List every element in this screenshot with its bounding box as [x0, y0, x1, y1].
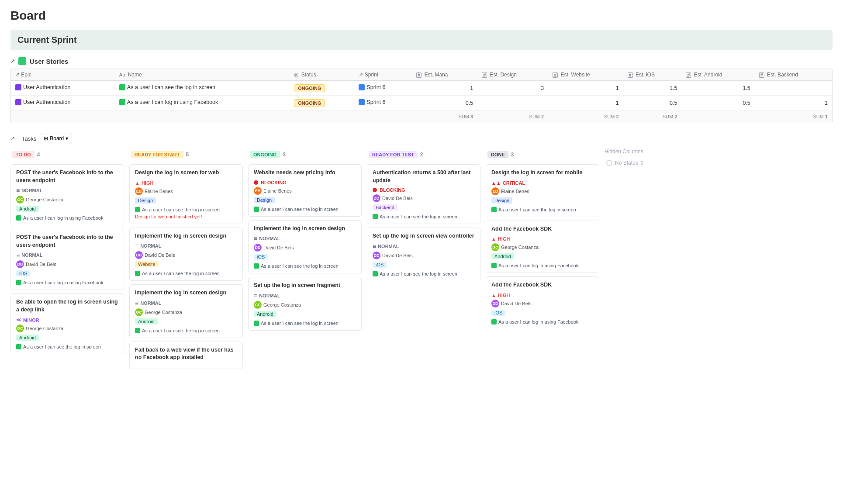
board-column-todo: TO DO 4 POST the user's Facebook info to…: [10, 148, 124, 358]
sprint-title: Current Sprint: [17, 35, 826, 45]
col-header-ready: READY FOR START 5: [129, 148, 243, 161]
priority-normal-icon: ≡: [135, 300, 138, 307]
col-header-done: DONE 3: [486, 148, 599, 161]
platform-badge: Android: [491, 253, 514, 259]
task-card[interactable]: Set up the log in screen view controller…: [367, 228, 480, 281]
task-card[interactable]: Implement the log in screen design≡ NORM…: [248, 220, 362, 274]
task-card[interactable]: Fall back to a web view if the user has …: [129, 342, 243, 369]
cell-est-mana: 1: [412, 81, 477, 96]
expand-icon[interactable]: ↗: [10, 58, 15, 64]
task-card[interactable]: Design the log in screen for web▲ HIGHEB…: [129, 164, 243, 224]
task-card[interactable]: Implement the log in screen design≡ NORM…: [129, 284, 243, 338]
avatar: GC: [491, 243, 499, 251]
story-link: As a user I can log in using Facebook: [16, 215, 118, 221]
hidden-columns-label: Hidden Columns: [605, 148, 666, 155]
task-priority: ▲ HIGH: [135, 180, 153, 186]
col-label-rft: READY FOR TEST: [369, 151, 418, 158]
story-link: As a user I can log in using Facebook: [16, 280, 118, 285]
task-priority: BLOCKING: [373, 187, 405, 193]
avatar: DD: [135, 251, 143, 259]
task-title: Add the Facebook SDK: [491, 281, 594, 289]
task-card[interactable]: Authentication returns a 500 after last …: [367, 164, 480, 224]
priority-normal-icon: ≡: [16, 252, 20, 259]
avatar: EB: [135, 187, 143, 195]
task-assignee: GC George Costanza: [254, 301, 356, 309]
task-card[interactable]: Implement the log in screen design≡ NORM…: [129, 228, 243, 281]
platform-badge: Design: [254, 197, 275, 203]
task-priority: ▲▲ CRITICAL: [491, 180, 525, 186]
board-view-chevron: ▾: [66, 135, 68, 142]
board-view-button[interactable]: ⊞ Board ▾: [40, 134, 72, 143]
cell-est-backend: [755, 81, 832, 96]
task-card[interactable]: POST the user's Facebook info to the use…: [10, 164, 124, 225]
col-header-todo: TO DO 4: [10, 148, 124, 161]
task-card[interactable]: Design the log in screen for mobile▲▲ CR…: [486, 164, 599, 217]
col-header-rft: READY FOR TEST 2: [367, 148, 480, 161]
task-title: Implement the log in screen design: [254, 225, 356, 233]
story-link-icon: [16, 344, 21, 349]
priority-normal-icon: ≡: [16, 187, 20, 194]
tasks-heading-row: ↗ Tasks ⊞ Board ▾: [10, 134, 833, 143]
sum-est-design: SUM 2: [477, 110, 548, 123]
status-badge: ONGOING: [294, 84, 325, 92]
epic-dot-icon: [15, 99, 21, 105]
avatar: GC: [16, 324, 24, 332]
task-priority: BLOCKING: [254, 180, 287, 185]
avatar: DD: [16, 260, 24, 268]
task-card[interactable]: Website needs new pricing info BLOCKINGE…: [248, 164, 362, 217]
platform-badge: Website: [135, 261, 159, 267]
cell-est-website: 1: [548, 96, 623, 110]
story-link-icon: [16, 280, 21, 285]
story-link-icon: [373, 214, 378, 219]
cell-est-design: [477, 96, 548, 110]
priority-blocking-icon: [373, 188, 377, 192]
cell-est-mana: 0.5: [412, 96, 477, 110]
user-stories-icon: [18, 57, 26, 65]
epic-dot-icon: [15, 84, 21, 90]
sum-est-backend: SUM 1: [755, 110, 832, 123]
story-dot-icon: [119, 84, 125, 90]
priority-minor-icon: ≪: [16, 317, 21, 323]
task-assignee: DD David De Bels: [16, 260, 118, 268]
task-card[interactable]: Add the Facebook SDK▲ HIGHDD David De Be…: [486, 276, 599, 329]
cell-epic: User Authentication: [11, 96, 115, 110]
cell-name: As a user I can log in using Facebook: [115, 96, 290, 110]
priority-blocking-icon: [254, 180, 258, 185]
task-priority: ≡ NORMAL: [135, 300, 161, 307]
platform-badge: iOS: [373, 262, 387, 268]
th-status: ◎ Status: [290, 69, 354, 81]
task-priority: ≡ NORMAL: [254, 235, 280, 242]
cell-sprint: Sprint 6: [354, 81, 412, 96]
platform-badge: Design: [491, 197, 512, 204]
task-card[interactable]: POST the user's Facebook info to the use…: [10, 229, 124, 290]
priority-high-icon: ▲: [491, 236, 496, 242]
story-link: As a user I can see the log in screen: [373, 271, 475, 276]
col-header-ongoing: ONGOING 3: [248, 148, 362, 161]
tasks-expand-icon[interactable]: ↗: [10, 135, 15, 142]
story-link: As a user I can see the log in screen: [16, 344, 118, 349]
col-count-todo: 4: [37, 152, 40, 158]
cell-sprint: Sprint 6: [354, 96, 412, 110]
priority-normal-icon: ≡: [254, 235, 257, 242]
user-stories-table-wrap: ↗ Epic Aa Name ◎ Status ↗ Sprint # Est. …: [10, 69, 833, 123]
page-container: Board Current Sprint ↗ User Stories ↗ Ep…: [0, 0, 843, 392]
platform-badge: Android: [254, 311, 276, 317]
task-priority: ≡ NORMAL: [373, 243, 399, 250]
table-row: User Authentication As a user I can see …: [11, 81, 832, 96]
task-card[interactable]: Set up the log in screen fragment≡ NORMA…: [248, 277, 362, 331]
task-title: POST the user's Facebook info to the use…: [16, 169, 118, 184]
task-card[interactable]: Add the Facebook SDK▲ HIGHGC George Cost…: [486, 221, 599, 273]
sum-spacer: [11, 110, 412, 123]
story-link: As a user I can see the log in screen: [254, 207, 356, 212]
platform-badge: iOS: [16, 270, 30, 276]
tasks-label: Tasks: [22, 135, 36, 142]
task-assignee: DD David De Bels: [491, 300, 594, 307]
col-count-rft: 2: [420, 152, 423, 158]
cell-epic: User Authentication: [11, 81, 115, 96]
col-count-ready: 5: [186, 152, 189, 158]
task-assignee: DD David De Bels: [373, 194, 475, 202]
priority-normal-icon: ≡: [135, 242, 138, 249]
story-link: As a user I can see the log in screen: [373, 214, 475, 219]
th-est-android: # Est. Android: [681, 69, 754, 81]
task-card[interactable]: Be able to open the log in screen using …: [10, 293, 124, 354]
